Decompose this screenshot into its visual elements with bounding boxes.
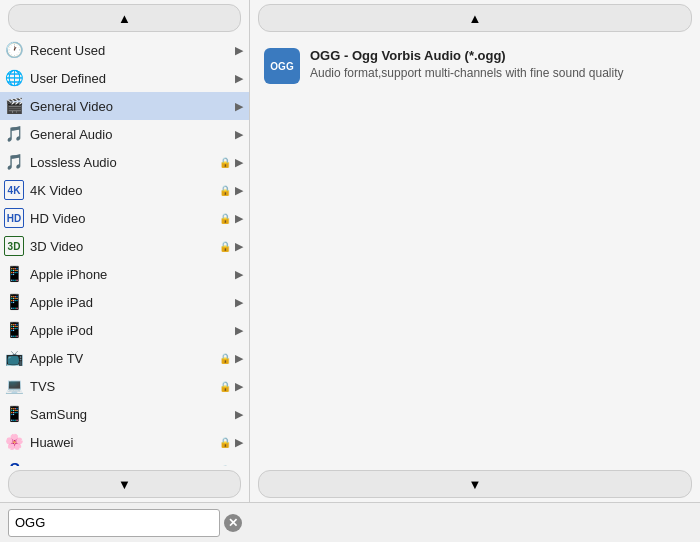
category-label: 3D Video — [30, 239, 217, 254]
lock-icon: 🔒 — [219, 241, 231, 252]
sidebar-item-sony[interactable]: SSony🔒▶ — [0, 456, 249, 466]
user-icon: 🌐 — [4, 68, 24, 88]
category-label: SamSung — [30, 407, 231, 422]
sidebar-item-4k-video[interactable]: 4K4K Video🔒▶ — [0, 176, 249, 204]
category-label: 4K Video — [30, 183, 217, 198]
lock-icon: 🔒 — [219, 437, 231, 448]
sidebar-item-lossless-audio[interactable]: 🎵Lossless Audio🔒▶ — [0, 148, 249, 176]
chevron-right-icon: ▶ — [235, 212, 243, 225]
category-label: TVS — [30, 379, 217, 394]
search-clear-button[interactable]: ✕ — [224, 514, 242, 532]
format-item: OGG OGG - Ogg Vorbis Audio (*.ogg) Audio… — [264, 48, 686, 84]
samsung-icon: 📱 — [4, 404, 24, 424]
sidebar-item-apple-ipad[interactable]: 📱Apple iPad▶ — [0, 288, 249, 316]
chevron-right-icon: ▶ — [235, 464, 243, 467]
lock-icon: 🔒 — [219, 381, 231, 392]
sidebar-item-tvs[interactable]: 💻TVS🔒▶ — [0, 372, 249, 400]
chevron-right-icon: ▶ — [235, 44, 243, 57]
left-scroll-down-button[interactable]: ▼ — [8, 470, 241, 498]
sidebar-item-huawei[interactable]: 🌸Huawei🔒▶ — [0, 428, 249, 456]
chevron-right-icon: ▶ — [235, 100, 243, 113]
format-description: Audio format,support multi-channels with… — [310, 66, 624, 80]
iphone-icon: 📱 — [4, 264, 24, 284]
sidebar-item-general-audio[interactable]: 🎵General Audio▶ — [0, 120, 249, 148]
right-scroll-down-button[interactable]: ▼ — [258, 470, 692, 498]
left-scroll-up-button[interactable]: ▲ — [8, 4, 241, 32]
lock-icon: 🔒 — [219, 353, 231, 364]
lock-icon: 🔒 — [219, 185, 231, 196]
chevron-down-icon: ▼ — [118, 477, 131, 492]
chevron-right-icon: ▶ — [235, 324, 243, 337]
apple-tv-icon: 📺 — [4, 348, 24, 368]
category-label: General Audio — [30, 127, 231, 142]
category-label: General Video — [30, 99, 231, 114]
general-video-icon: 🎬 — [4, 96, 24, 116]
recent-icon: 🕐 — [4, 40, 24, 60]
sidebar-item-hd-video[interactable]: HDHD Video🔒▶ — [0, 204, 249, 232]
sidebar-item-apple-iphone[interactable]: 📱Apple iPhone▶ — [0, 260, 249, 288]
right-scroll-up-button[interactable]: ▲ — [258, 4, 692, 32]
format-icon: OGG — [264, 48, 300, 84]
category-label: User Defined — [30, 71, 231, 86]
category-label: Apple TV — [30, 351, 217, 366]
category-label: HD Video — [30, 211, 217, 226]
chevron-right-icon: ▶ — [235, 128, 243, 141]
lock-icon: 🔒 — [219, 465, 231, 467]
format-name: OGG - Ogg Vorbis Audio (*.ogg) — [310, 48, 624, 63]
category-label: Apple iPod — [30, 323, 231, 338]
category-label: Recent Used — [30, 43, 231, 58]
sidebar-item-3d-video[interactable]: 3D3D Video🔒▶ — [0, 232, 249, 260]
category-list: 🕐Recent Used▶🌐User Defined▶🎬General Vide… — [0, 36, 249, 466]
category-label: Huawei — [30, 435, 217, 450]
sidebar-item-samsung[interactable]: 📱SamSung▶ — [0, 400, 249, 428]
chevron-right-icon: ▶ — [235, 296, 243, 309]
sidebar-item-apple-ipod[interactable]: 📱Apple iPod▶ — [0, 316, 249, 344]
ipod-icon: 📱 — [4, 320, 24, 340]
format-info: OGG - Ogg Vorbis Audio (*.ogg) Audio for… — [310, 48, 624, 80]
chevron-up-icon: ▲ — [469, 11, 482, 26]
hd-icon: HD — [4, 208, 24, 228]
search-bar-container: ✕ — [0, 502, 700, 542]
chevron-right-icon: ▶ — [235, 380, 243, 393]
chevron-up-icon: ▲ — [118, 11, 131, 26]
category-label: Sony — [30, 463, 217, 467]
sidebar-item-user-defined[interactable]: 🌐User Defined▶ — [0, 64, 249, 92]
sidebar-item-apple-tv[interactable]: 📺Apple TV🔒▶ — [0, 344, 249, 372]
4k-icon: 4K — [4, 180, 24, 200]
lock-icon: 🔒 — [219, 157, 231, 168]
sony-icon: S — [4, 460, 24, 466]
format-content: OGG OGG - Ogg Vorbis Audio (*.ogg) Audio… — [250, 36, 700, 466]
category-label: Apple iPad — [30, 295, 231, 310]
chevron-down-icon: ▼ — [469, 477, 482, 492]
lossless-icon: 🎵 — [4, 152, 24, 172]
huawei-icon: 🌸 — [4, 432, 24, 452]
sidebar-item-recent[interactable]: 🕐Recent Used▶ — [0, 36, 249, 64]
lock-icon: 🔒 — [219, 213, 231, 224]
chevron-right-icon: ▶ — [235, 156, 243, 169]
general-audio-icon: 🎵 — [4, 124, 24, 144]
chevron-right-icon: ▶ — [235, 408, 243, 421]
3d-icon: 3D — [4, 236, 24, 256]
search-input[interactable] — [8, 509, 220, 537]
tvs-icon: 💻 — [4, 376, 24, 396]
search-bar: ✕ — [0, 502, 250, 542]
category-label: Apple iPhone — [30, 267, 231, 282]
chevron-right-icon: ▶ — [235, 436, 243, 449]
chevron-right-icon: ▶ — [235, 268, 243, 281]
chevron-right-icon: ▶ — [235, 352, 243, 365]
chevron-right-icon: ▶ — [235, 72, 243, 85]
ipad-icon: 📱 — [4, 292, 24, 312]
category-label: Lossless Audio — [30, 155, 217, 170]
chevron-right-icon: ▶ — [235, 184, 243, 197]
sidebar-item-general-video[interactable]: 🎬General Video▶ — [0, 92, 249, 120]
chevron-right-icon: ▶ — [235, 240, 243, 253]
